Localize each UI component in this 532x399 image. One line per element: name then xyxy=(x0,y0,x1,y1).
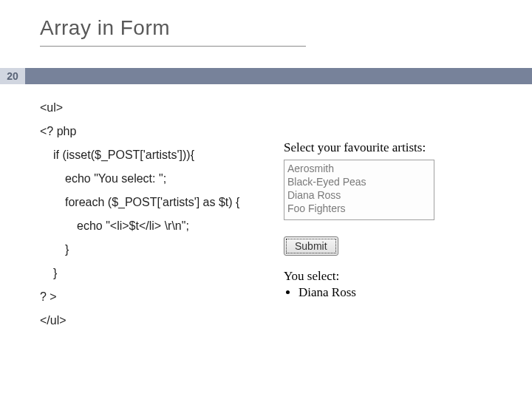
output-item: Diana Ross xyxy=(299,285,498,300)
output-block: You select: Diana Ross xyxy=(284,269,498,300)
output-list: Diana Ross xyxy=(284,285,498,300)
slide-title: Array in Form xyxy=(40,16,170,40)
listbox-option[interactable]: Foo Fighters xyxy=(287,202,434,215)
listbox-label: Select your favourite artists: xyxy=(284,140,498,155)
code-line: } xyxy=(65,238,269,262)
page-number: 20 xyxy=(0,68,25,84)
code-block: <ul> <? php if (isset($_POST['artists'])… xyxy=(40,96,269,332)
code-line: foreach ($_POST['artists'] as $t) { xyxy=(65,191,269,214)
submit-button[interactable]: Submit xyxy=(284,236,338,256)
listbox-option[interactable]: Black-Eyed Peas xyxy=(287,175,434,188)
code-line: </ul> xyxy=(40,309,269,332)
code-line: <? php xyxy=(40,120,269,143)
artists-listbox[interactable]: Aerosmith Black-Eyed Peas Diana Ross Foo… xyxy=(284,160,434,220)
listbox-option[interactable]: Aerosmith xyxy=(287,162,434,175)
code-line: if (isset($_POST['artists'])){ xyxy=(53,143,269,167)
output-heading: You select: xyxy=(284,269,498,284)
code-line: ? > xyxy=(40,285,269,309)
code-line: echo "You select: "; xyxy=(65,167,269,191)
code-line: <ul> xyxy=(40,96,269,120)
code-line: echo "<li>$t</li> \r\n"; xyxy=(77,214,269,238)
demo-panel: Select your favourite artists: Aerosmith… xyxy=(284,140,498,300)
code-line: } xyxy=(53,262,269,285)
header-bar xyxy=(0,68,532,84)
listbox-option[interactable]: Diana Ross xyxy=(287,188,434,202)
title-underline xyxy=(40,46,306,47)
